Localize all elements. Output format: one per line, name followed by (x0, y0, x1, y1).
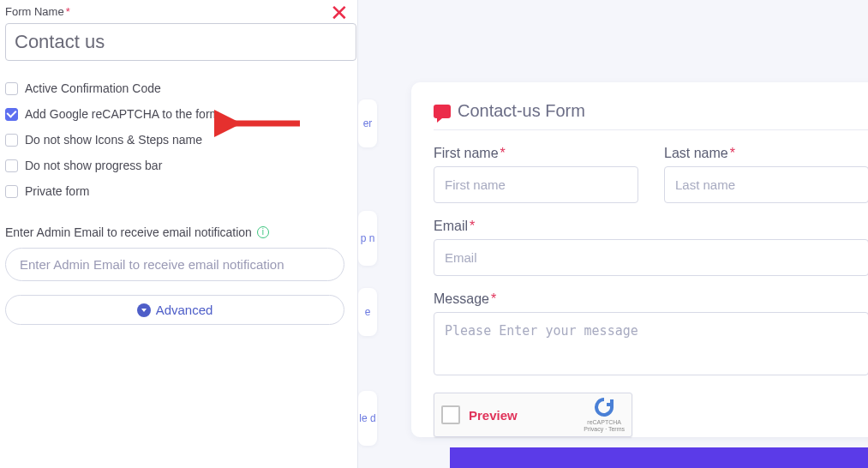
peek-card: er (358, 99, 377, 147)
checkbox-hide-icons-steps[interactable]: Do not show Icons & Steps name (5, 133, 352, 147)
peek-card: p n (358, 211, 377, 266)
form-name-input[interactable] (5, 23, 356, 61)
checkbox-label: Active Confirmation Code (25, 81, 161, 95)
message-label: Message* (434, 291, 868, 307)
checkbox-add-recaptcha[interactable]: Add Google reCAPTCHA to the form (5, 107, 352, 121)
checkbox-label: Do not show progress bar (25, 159, 162, 172)
chat-icon (434, 105, 451, 118)
checkbox-icon (5, 185, 18, 198)
recaptcha-widget[interactable]: Preview reCAPTCHA Privacy · Terms (434, 393, 632, 437)
recaptcha-logo-icon: reCAPTCHA Privacy · Terms (584, 397, 625, 434)
email-input[interactable] (434, 239, 868, 276)
recaptcha-label: Preview (469, 408, 518, 423)
form-name-label: Form Name* (5, 5, 352, 18)
admin-email-label: Enter Admin Email to receive email notif… (5, 225, 352, 239)
close-icon[interactable]: ✕ (330, 2, 349, 24)
recaptcha-checkbox-icon[interactable] (441, 405, 460, 424)
preview-title: Contact-us Form (434, 101, 868, 130)
form-preview-card: Contact-us Form First name* Last name* E… (411, 82, 868, 437)
message-textarea[interactable] (434, 312, 868, 375)
peek-card: e (358, 288, 377, 336)
checkbox-hide-progress[interactable]: Do not show progress bar (5, 159, 352, 172)
admin-email-input[interactable] (5, 248, 344, 281)
checkbox-private-form[interactable]: Private form (5, 184, 352, 198)
last-name-input[interactable] (664, 166, 868, 203)
submit-button[interactable] (450, 447, 868, 468)
advanced-button[interactable]: Advanced (5, 295, 344, 325)
checkbox-icon (5, 134, 18, 147)
checkbox-icon (5, 108, 18, 121)
form-settings-panel: ✕ Form Name* Active Confirmation Code Ad… (0, 0, 358, 468)
checkbox-icon (5, 82, 18, 95)
checkbox-label: Add Google reCAPTCHA to the form (25, 107, 219, 121)
advanced-label: Advanced (156, 303, 213, 317)
first-name-label: First name* (434, 146, 638, 161)
chevron-down-icon (137, 303, 151, 317)
first-name-input[interactable] (434, 166, 638, 203)
info-icon[interactable]: i (257, 226, 269, 238)
peek-card: le d (358, 391, 377, 446)
checkbox-label: Private form (25, 184, 89, 198)
email-label: Email* (434, 219, 868, 234)
last-name-label: Last name* (664, 146, 868, 161)
checkbox-active-confirmation[interactable]: Active Confirmation Code (5, 81, 352, 95)
checkbox-icon (5, 159, 18, 172)
checkbox-label: Do not show Icons & Steps name (25, 133, 202, 147)
